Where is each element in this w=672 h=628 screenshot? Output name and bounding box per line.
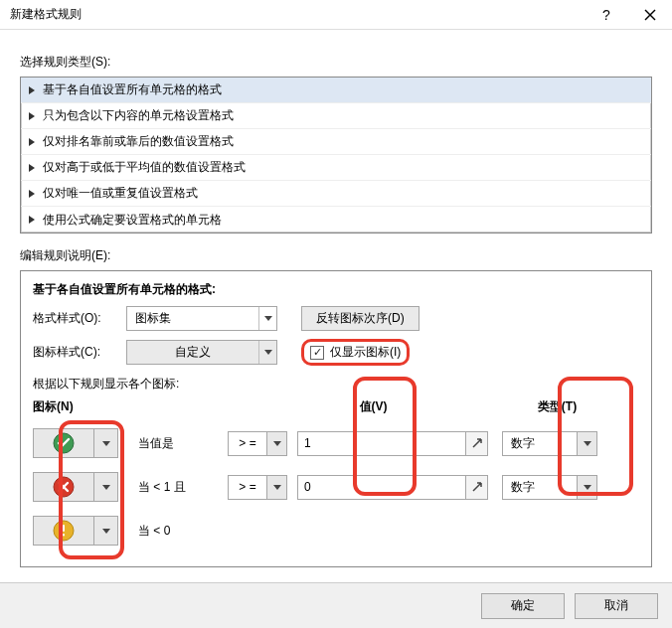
list-marker-icon [29,112,35,120]
show-icon-only-checkbox[interactable]: ✓ [310,346,324,360]
icon-picker[interactable] [33,428,94,458]
format-style-value: 图标集 [127,307,258,330]
value-input[interactable] [298,432,465,455]
rule-type-item[interactable]: 基于各自值设置所有单元格的格式 [21,78,651,103]
chevron-down-icon [577,476,596,499]
icon-rule-row: 当 < 0 [33,509,639,552]
icon-picker-caret[interactable] [94,428,118,458]
ok-button[interactable]: 确定 [481,593,565,619]
when-label: 当 < 1 且 [138,479,228,496]
when-label: 当值是 [138,435,228,452]
cancel-button[interactable]: 取消 [575,593,658,619]
format-style-combo[interactable]: 图标集 [126,306,277,331]
check-circle-icon [53,432,75,454]
rule-type-list[interactable]: 基于各自值设置所有单元格的格式 只为包含以下内容的单元格设置格式 仅对排名靠前或… [20,77,652,234]
chevron-down-icon [266,476,286,499]
rule-hint: 根据以下规则显示各个图标: [33,376,639,392]
icon-style-label: 图标样式(C): [33,344,118,361]
cross-circle-icon [53,476,75,498]
icon-rule-row: 当 < 1 且 > = 数字 [33,465,639,509]
list-marker-icon [29,86,35,94]
rule-type-item[interactable]: 使用公式确定要设置格式的单元格 [21,207,651,233]
icon-picker[interactable] [33,472,94,502]
help-button[interactable]: ? [585,0,628,30]
operator-combo[interactable]: > = [228,431,287,456]
icon-picker-caret[interactable] [94,472,118,502]
range-picker-button[interactable] [465,476,487,499]
close-button[interactable] [628,0,672,30]
when-label: 当 < 0 [138,523,228,540]
format-style-label: 格式样式(O): [33,310,118,327]
svg-rect-7 [63,525,65,532]
list-marker-icon [29,164,35,172]
edit-rule-desc-label: 编辑规则说明(E): [20,247,652,264]
chevron-down-icon [258,341,276,364]
col-icon-header: 图标(N) [33,398,271,415]
show-icon-only-label: 仅显示图标(I) [330,344,401,361]
value-input-wrap [297,431,488,456]
list-marker-icon [29,216,35,224]
chevron-down-icon [258,307,276,330]
list-marker-icon [29,190,35,198]
rule-type-item[interactable]: 仅对唯一值或重复值设置格式 [21,181,651,207]
range-picker-icon [471,481,483,493]
icon-picker-caret[interactable] [94,516,118,546]
range-picker-icon [471,437,483,449]
window-title: 新建格式规则 [10,6,585,23]
titlebar: 新建格式规则 ? [0,0,672,30]
select-rule-type-label: 选择规则类型(S): [20,54,652,71]
chevron-down-icon [577,432,596,455]
chevron-down-icon [266,432,286,455]
range-picker-button[interactable] [465,432,487,455]
col-value-header: 值(V) [271,398,475,415]
col-type-header: 类型(T) [475,398,639,415]
reverse-icon-order-button[interactable]: 反转图标次序(D) [301,306,420,331]
icon-picker[interactable] [33,516,94,546]
operator-combo[interactable]: > = [228,475,287,500]
value-input-wrap [297,475,488,500]
rule-edit-panel: 基于各自值设置所有单元格的格式: 格式样式(O): 图标集 反转图标次序(D) … [20,270,652,567]
warning-circle-icon [53,520,75,542]
list-marker-icon [29,138,35,146]
svg-rect-8 [63,534,65,537]
rule-type-item[interactable]: 仅对高于或低于平均值的数值设置格式 [21,155,651,181]
close-icon [644,9,656,21]
rule-type-item[interactable]: 只为包含以下内容的单元格设置格式 [21,103,651,129]
value-input[interactable] [298,476,465,499]
icon-style-combo[interactable]: 自定义 [126,340,277,365]
type-combo[interactable]: 数字 [502,475,597,500]
type-combo[interactable]: 数字 [502,431,597,456]
rule-type-item[interactable]: 仅对排名靠前或靠后的数值设置格式 [21,129,651,155]
dialog-footer: 确定 取消 [0,582,672,628]
panel-heading: 基于各自值设置所有单元格的格式: [33,281,639,298]
show-icon-only-highlight: ✓ 仅显示图标(I) [301,339,410,366]
icon-rule-row: 当值是 > = 数字 [33,421,639,465]
icon-style-value: 自定义 [127,341,258,364]
